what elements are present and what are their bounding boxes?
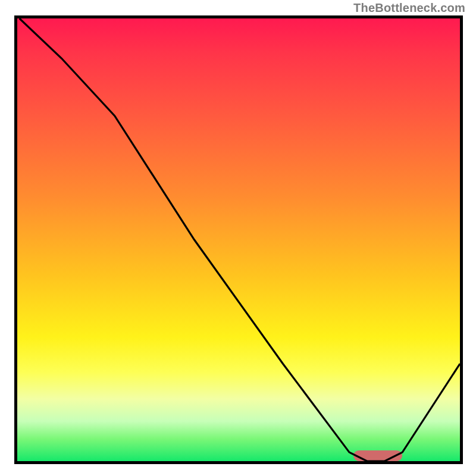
- curve-path: [20, 18, 460, 461]
- attribution-text: TheBottleneck.com: [353, 1, 465, 15]
- bottleneck-curve: [17, 18, 460, 461]
- chart-frame: [14, 15, 463, 464]
